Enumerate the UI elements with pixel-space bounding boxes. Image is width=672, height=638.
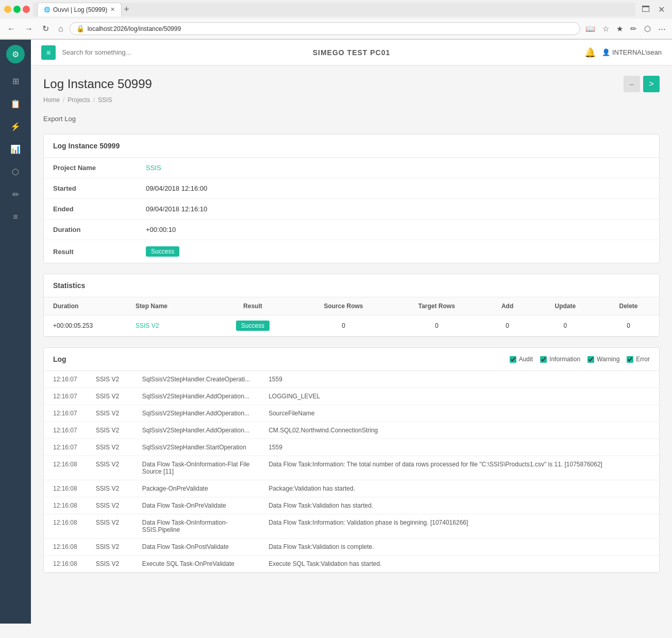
log-message: Package:Validation has started. bbox=[259, 480, 659, 497]
home-btn[interactable]: ⌂ bbox=[55, 22, 66, 36]
sidebar-item-actions[interactable]: ⚡ bbox=[4, 116, 27, 137]
address-bar[interactable]: 🔒 localhost:2026/log/instance/50999 bbox=[70, 22, 580, 35]
favorites-btn[interactable]: ★ bbox=[614, 22, 625, 36]
stat-result-badge: Success bbox=[236, 321, 270, 331]
step-name-link[interactable]: SSIS V2 bbox=[136, 322, 159, 329]
filter-warning-checkbox[interactable] bbox=[587, 356, 594, 363]
result-badge: Success bbox=[146, 246, 179, 257]
log-filters: Audit Information Warning Error bbox=[510, 356, 650, 363]
notifications-icon[interactable]: 🔔 bbox=[584, 47, 596, 58]
breadcrumb-projects[interactable]: Projects bbox=[68, 96, 90, 104]
header-right: 🔔 👤 INTERNAL\sean bbox=[584, 47, 662, 58]
filter-error-checkbox[interactable] bbox=[627, 356, 633, 363]
log-time: 12:16:07 bbox=[44, 439, 87, 456]
app-header: ≡ SIMEGO TEST PC01 🔔 👤 INTERNAL\sean bbox=[31, 40, 672, 65]
close-tab-btn[interactable]: ✕ bbox=[110, 6, 115, 13]
log-table-row: 12:16:08 SSIS V2 Execute SQL Task-OnPreV… bbox=[44, 556, 659, 573]
maximize-btn[interactable] bbox=[13, 6, 21, 13]
pencil-btn[interactable]: ✏ bbox=[628, 22, 639, 36]
export-log-btn[interactable]: Export Log bbox=[43, 112, 76, 126]
log-handler: Data Flow Task-OnPostValidate bbox=[133, 539, 259, 556]
sidebar-logo[interactable]: ⚙ bbox=[6, 45, 25, 63]
prev-btn[interactable]: – bbox=[624, 76, 640, 92]
menu-btn[interactable]: ⋯ bbox=[656, 22, 668, 36]
info-row-project: Project Name SSIS bbox=[44, 158, 659, 178]
label-ended: Ended bbox=[53, 205, 146, 213]
value-started: 09/04/2018 12:16:00 bbox=[146, 184, 207, 192]
close-btn[interactable] bbox=[23, 6, 30, 13]
sidebar-item-dashboard[interactable]: ⊞ bbox=[4, 71, 27, 91]
bookmark-btn[interactable]: ☆ bbox=[600, 22, 611, 36]
log-step: SSIS V2 bbox=[87, 456, 133, 480]
log-message: LOGGING_LEVEL bbox=[259, 388, 659, 405]
log-time: 12:16:08 bbox=[44, 514, 87, 539]
new-tab-btn[interactable]: + bbox=[124, 4, 129, 15]
page-header: Log Instance 50999 – > bbox=[43, 76, 660, 92]
minimize-btn[interactable] bbox=[4, 6, 11, 13]
sidebar-item-list[interactable]: ≡ bbox=[4, 207, 27, 227]
breadcrumb-current: SSIS bbox=[98, 96, 112, 104]
back-btn[interactable]: ← bbox=[4, 22, 19, 36]
reader-view-btn[interactable]: 📖 bbox=[583, 22, 597, 36]
col-step-name: Step Name bbox=[126, 297, 210, 315]
log-step: SSIS V2 bbox=[87, 497, 133, 514]
browser-tab[interactable]: 🌐 Ouvvi | Log (50999) ✕ bbox=[37, 3, 122, 16]
log-message: Data Flow Task:Validation has started. bbox=[259, 497, 659, 514]
breadcrumb-home[interactable]: Home bbox=[43, 96, 60, 104]
log-message: 1559 bbox=[259, 439, 659, 456]
filter-error[interactable]: Error bbox=[627, 356, 650, 363]
col-target-rows: Target Rows bbox=[391, 297, 482, 315]
log-instance-card: Log Instance 50999 Project Name SSIS Sta… bbox=[43, 134, 660, 263]
log-card-title: Log bbox=[53, 355, 66, 363]
sidebar-item-edit[interactable]: ✏ bbox=[4, 184, 27, 205]
col-add: Add bbox=[482, 297, 533, 315]
log-table-row: 12:16:07 SSIS V2 SqlSsisV2StepHandler.Cr… bbox=[44, 371, 659, 388]
filter-information[interactable]: Information bbox=[540, 356, 580, 363]
log-handler: SqlSsisV2StepHandler.CreateOperati... bbox=[133, 371, 259, 388]
sidebar-item-documents[interactable]: 📋 bbox=[4, 93, 27, 114]
browser-chrome: 🌐 Ouvvi | Log (50999) ✕ + 🗖 ✕ ← → ↻ ⌂ 🔒 … bbox=[0, 0, 672, 40]
stat-delete: 0 bbox=[598, 315, 659, 337]
statistics-header-row: Duration Step Name Result Source Rows Ta… bbox=[44, 297, 659, 315]
log-time: 12:16:07 bbox=[44, 422, 87, 439]
close-window-btn[interactable]: ✕ bbox=[655, 5, 668, 14]
log-instance-title: Log Instance 50999 bbox=[53, 142, 120, 150]
share-btn[interactable]: ⬡ bbox=[642, 22, 653, 36]
filter-information-checkbox[interactable] bbox=[540, 356, 547, 363]
stat-step-name: SSIS V2 bbox=[126, 315, 210, 337]
log-message: Data Flow Task:Information: The total nu… bbox=[259, 456, 659, 480]
log-table-row: 12:16:07 SSIS V2 SqlSsisV2StepHandler.St… bbox=[44, 439, 659, 456]
filter-audit-checkbox[interactable] bbox=[510, 356, 516, 363]
hamburger-btn[interactable]: ≡ bbox=[41, 45, 56, 60]
tab-title: Ouvvi | Log (50999) bbox=[53, 6, 107, 13]
col-result: Result bbox=[210, 297, 296, 315]
stat-update: 0 bbox=[533, 315, 598, 337]
statistics-title: Statistics bbox=[53, 281, 85, 290]
log-handler: Package-OnPreValidate bbox=[133, 480, 259, 497]
log-step: SSIS V2 bbox=[87, 556, 133, 573]
sidebar-item-network[interactable]: ⬡ bbox=[4, 161, 27, 182]
log-time: 12:16:08 bbox=[44, 497, 87, 514]
sidebar-item-analytics[interactable]: 📊 bbox=[4, 139, 27, 159]
filter-error-label: Error bbox=[636, 356, 650, 363]
log-handler: Data Flow Task-OnInformation-Flat File S… bbox=[133, 456, 259, 480]
filter-warning[interactable]: Warning bbox=[587, 356, 619, 363]
project-name-link[interactable]: SSIS bbox=[146, 164, 161, 172]
user-info: 👤 INTERNAL\sean bbox=[602, 48, 662, 56]
forward-btn[interactable]: → bbox=[22, 22, 36, 36]
statistics-table: Duration Step Name Result Source Rows Ta… bbox=[44, 297, 659, 337]
log-table: 12:16:07 SSIS V2 SqlSsisV2StepHandler.Cr… bbox=[44, 371, 659, 573]
log-card-body: 12:16:07 SSIS V2 SqlSsisV2StepHandler.Cr… bbox=[44, 371, 659, 573]
log-step: SSIS V2 bbox=[87, 539, 133, 556]
filter-audit[interactable]: Audit bbox=[510, 356, 533, 363]
info-table: Project Name SSIS Started 09/04/2018 12:… bbox=[44, 158, 659, 263]
stat-target-rows: 0 bbox=[391, 315, 482, 337]
log-table-row: 12:16:08 SSIS V2 Data Flow Task-OnPreVal… bbox=[44, 497, 659, 514]
restore-btn[interactable]: 🗖 bbox=[639, 5, 653, 14]
log-card-header: Log Audit Information Warning bbox=[44, 348, 659, 371]
log-time: 12:16:08 bbox=[44, 556, 87, 573]
log-step: SSIS V2 bbox=[87, 388, 133, 405]
next-btn[interactable]: > bbox=[643, 76, 660, 92]
log-handler: SqlSsisV2StepHandler.AddOperation... bbox=[133, 405, 259, 422]
refresh-btn[interactable]: ↻ bbox=[39, 22, 52, 36]
